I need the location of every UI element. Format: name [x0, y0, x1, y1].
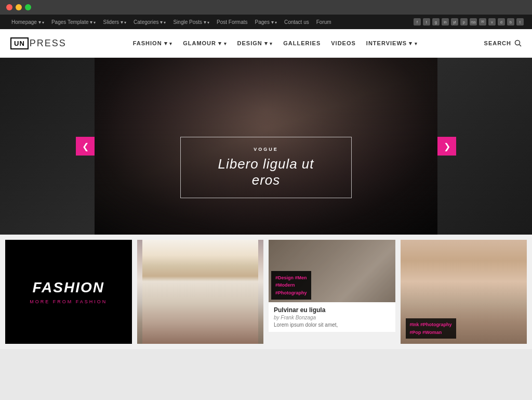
browser-minimize-dot[interactable]: [16, 4, 22, 10]
admin-nav: Homepage ▾ Pages Template ▾ Sliders ▾ Ca…: [8, 19, 335, 25]
svg-point-0: [515, 41, 520, 45]
card-tags: #Design #Men #Modern #Photography: [271, 271, 311, 300]
admin-nav-pages-template[interactable]: Pages Template ▾: [48, 19, 99, 25]
admin-bar: Homepage ▾ Pages Template ▾ Sliders ▾ Ca…: [0, 15, 532, 29]
social-facebook-icon[interactable]: f: [414, 18, 421, 25]
card-tag-modern: #Modern: [275, 281, 307, 289]
card-portrait-tags: #Ink #Photography #Pop #Woman: [406, 318, 456, 339]
card-tag-design: #Design #Men: [275, 274, 307, 281]
search-area[interactable]: SEARCH: [484, 40, 522, 47]
nav-interviews[interactable]: INTERVIEWS ▾: [366, 40, 418, 47]
social-tumblr-icon[interactable]: t: [516, 18, 524, 25]
hero-slider: VOGUE Libero ligula ut eros ❮ ❯: [0, 58, 532, 235]
slide-title: Libero ligula ut eros: [207, 156, 325, 188]
search-icon: [514, 40, 522, 47]
card-article[interactable]: #Design #Men #Modern #Photography Pulvin…: [269, 240, 395, 344]
card-article-author: by Frank Bonzaga: [274, 315, 390, 320]
social-icons-bar: f t g in yt p rss ✉ v d b t: [414, 18, 524, 25]
nav-fashion[interactable]: FASHION ▾: [133, 40, 172, 47]
search-label: SEARCH: [484, 40, 511, 46]
social-twitter-icon[interactable]: t: [423, 18, 430, 25]
browser-close-dot[interactable]: [6, 4, 12, 10]
social-behance-icon[interactable]: b: [507, 18, 514, 25]
admin-nav-forum[interactable]: Forum: [313, 19, 335, 25]
logo-text: PRESS: [30, 38, 66, 49]
admin-nav-single-posts[interactable]: Single Posts ▾: [170, 19, 212, 25]
next-arrow-icon: ❯: [444, 141, 450, 151]
card-portrait-tag-2: #Pop #Woman: [410, 329, 452, 336]
main-header: UN PRESS FASHION ▾ GLAMOUR ▾ DESIGN ▾ GA…: [0, 29, 532, 58]
social-vimeo-icon[interactable]: v: [488, 18, 496, 25]
social-google-icon[interactable]: g: [432, 18, 440, 25]
card-tag-photography: #Photography: [275, 289, 307, 296]
svg-line-1: [520, 45, 522, 47]
card-fashion-bg: FASHION MORE FROM FASHION: [5, 240, 132, 344]
admin-nav-homepage[interactable]: Homepage ▾: [8, 19, 47, 25]
nav-galleries[interactable]: GALLERIES: [283, 40, 321, 46]
logo-box: UN: [10, 37, 29, 49]
card-portrait-tag-1: #Ink #Photography: [410, 321, 452, 328]
logo[interactable]: UN PRESS: [10, 37, 66, 49]
social-youtube-icon[interactable]: yt: [451, 18, 458, 25]
slider-prev-button[interactable]: ❮: [76, 137, 95, 156]
card-fashion-title: FASHION: [33, 279, 104, 296]
admin-nav-pages[interactable]: Pages ▾: [252, 19, 280, 25]
card-article-excerpt: Lorem ipsum dolor sit amet,: [274, 322, 390, 328]
social-pinterest-icon[interactable]: p: [460, 18, 468, 25]
admin-nav-sliders[interactable]: Sliders ▾: [100, 19, 129, 25]
nav-glamour[interactable]: GLAMOUR ▾: [183, 40, 227, 47]
nav-videos[interactable]: VIDEOS: [331, 40, 356, 46]
card-woman-portrait[interactable]: #Ink #Photography #Pop #Woman: [401, 240, 527, 344]
slide-caption: VOGUE Libero ligula ut eros: [180, 137, 352, 198]
card-article-title: Pulvinar eu ligula: [274, 306, 390, 314]
card-article-info: Pulvinar eu ligula by Frank Bonzaga Lore…: [269, 302, 395, 332]
slider-main-panel: VOGUE Libero ligula ut eros: [95, 58, 437, 235]
browser-maximize-dot[interactable]: [25, 4, 31, 10]
admin-nav-post-formats[interactable]: Post Formats: [214, 19, 250, 25]
admin-nav-categories[interactable]: Categories ▾: [130, 19, 169, 25]
social-dribbble-icon[interactable]: d: [498, 18, 505, 25]
cards-section: FASHION MORE FROM FASHION #Design #Men #…: [0, 235, 532, 349]
social-linkedin-icon[interactable]: in: [442, 18, 449, 25]
card-fashion-subtitle: MORE FROM FASHION: [30, 299, 107, 304]
slider-next-button[interactable]: ❯: [437, 137, 456, 156]
browser-chrome: [0, 0, 532, 15]
card-fashion[interactable]: FASHION MORE FROM FASHION: [5, 240, 132, 344]
admin-nav-contact-us[interactable]: Contact us: [281, 19, 312, 25]
card-blonde-woman[interactable]: [137, 240, 264, 344]
main-nav: FASHION ▾ GLAMOUR ▾ DESIGN ▾ GALLERIES V…: [133, 40, 418, 47]
nav-design[interactable]: DESIGN ▾: [237, 40, 273, 47]
social-rss-icon[interactable]: rss: [470, 18, 477, 25]
slide-category: VOGUE: [207, 147, 325, 152]
prev-arrow-icon: ❮: [82, 141, 89, 151]
social-mail-icon[interactable]: ✉: [479, 18, 486, 25]
